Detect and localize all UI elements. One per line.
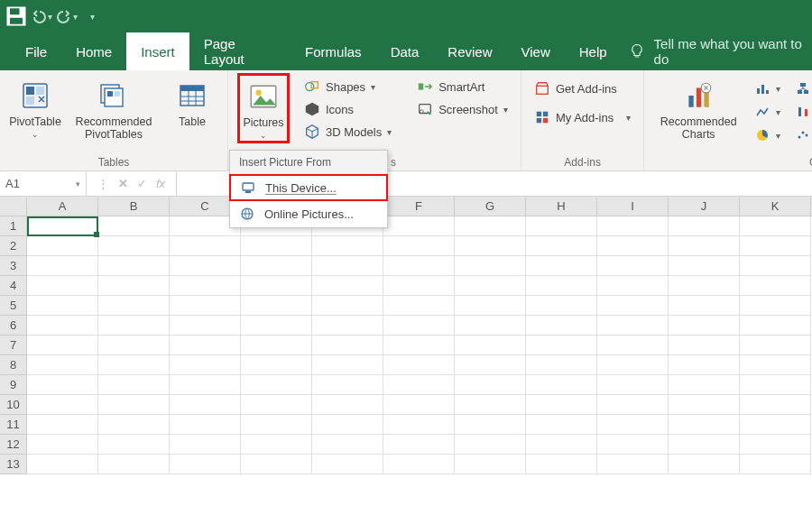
cell[interactable] — [383, 455, 455, 474]
cell[interactable] — [312, 316, 383, 336]
cell[interactable] — [383, 236, 455, 256]
cell[interactable] — [526, 435, 597, 455]
cell[interactable] — [383, 216, 455, 236]
row-header[interactable]: 13 — [0, 455, 27, 474]
cell[interactable] — [98, 336, 170, 355]
cell[interactable] — [170, 395, 241, 415]
cell[interactable] — [312, 455, 383, 474]
cell[interactable] — [98, 316, 170, 336]
cell[interactable] — [27, 415, 98, 435]
tab-view[interactable]: View — [507, 32, 565, 70]
cell[interactable] — [170, 415, 241, 435]
cancel-formula-icon[interactable]: ✕ — [118, 177, 128, 190]
tab-help[interactable]: Help — [565, 32, 622, 70]
row-header[interactable]: 5 — [0, 296, 27, 316]
cell[interactable] — [597, 296, 669, 316]
cell[interactable] — [597, 435, 669, 455]
row-header[interactable]: 11 — [0, 415, 27, 435]
cell[interactable] — [669, 256, 740, 276]
cell[interactable] — [526, 316, 597, 336]
cell[interactable] — [170, 336, 241, 355]
col-header[interactable]: J — [669, 197, 740, 216]
cell[interactable] — [669, 216, 740, 236]
row-header[interactable]: 7 — [0, 336, 27, 355]
redo-button[interactable]: ▾ — [54, 4, 79, 29]
cell[interactable] — [27, 355, 98, 375]
cell[interactable] — [526, 455, 597, 474]
cell[interactable] — [312, 336, 383, 355]
cell[interactable] — [597, 415, 669, 435]
shapes-button[interactable]: Shapes ▾ — [300, 76, 395, 97]
formula-opts-icon[interactable]: ⋮ — [97, 177, 109, 190]
cell[interactable] — [241, 296, 312, 316]
cell[interactable] — [597, 336, 669, 355]
cell[interactable] — [455, 455, 526, 474]
cell[interactable] — [241, 336, 312, 355]
cell[interactable] — [312, 236, 383, 256]
insert-picture-this-device[interactable]: This Device... — [229, 174, 388, 201]
cell[interactable] — [383, 296, 455, 316]
cell[interactable] — [98, 455, 170, 474]
cell[interactable] — [526, 375, 597, 395]
cell[interactable] — [27, 435, 98, 455]
chart-hier-button[interactable] — [791, 78, 812, 99]
cell[interactable] — [98, 216, 170, 236]
cell[interactable] — [170, 435, 241, 455]
cell[interactable] — [455, 316, 526, 336]
cell[interactable] — [241, 455, 312, 474]
insert-picture-online[interactable]: Online Pictures... — [230, 200, 387, 227]
cell[interactable] — [740, 236, 811, 256]
cell[interactable] — [27, 296, 98, 316]
tab-data[interactable]: Data — [376, 32, 434, 70]
cell[interactable] — [27, 395, 98, 415]
cell[interactable] — [669, 355, 740, 375]
save-icon[interactable] — [4, 4, 29, 29]
cell[interactable] — [455, 375, 526, 395]
cell[interactable] — [740, 256, 811, 276]
cell[interactable] — [740, 375, 811, 395]
cell[interactable] — [455, 216, 526, 236]
cell[interactable] — [383, 336, 455, 355]
cell[interactable] — [455, 415, 526, 435]
cell[interactable] — [383, 415, 455, 435]
undo-button[interactable]: ▾ — [29, 4, 54, 29]
col-header[interactable]: F — [383, 197, 455, 216]
cell[interactable] — [312, 276, 383, 296]
cell[interactable] — [669, 316, 740, 336]
chart-stat-button[interactable] — [791, 101, 812, 123]
tell-me[interactable]: Tell me what you want to do — [629, 32, 812, 70]
cell[interactable] — [312, 415, 383, 435]
col-header[interactable]: K — [740, 197, 811, 216]
cell[interactable] — [455, 395, 526, 415]
cell[interactable] — [526, 276, 597, 296]
cell[interactable] — [170, 455, 241, 474]
cell[interactable] — [98, 276, 170, 296]
cell[interactable] — [740, 316, 811, 336]
cell[interactable] — [27, 336, 98, 355]
cell[interactable] — [526, 336, 597, 355]
cell[interactable] — [27, 276, 98, 296]
tab-insert[interactable]: Insert — [126, 32, 189, 70]
chart-bar-button[interactable]: ▾ — [751, 78, 784, 99]
cell[interactable] — [455, 256, 526, 276]
cell[interactable] — [597, 395, 669, 415]
cell[interactable] — [383, 276, 455, 296]
cell[interactable] — [597, 375, 669, 395]
cell[interactable] — [98, 256, 170, 276]
cell[interactable] — [740, 355, 811, 375]
pivottable-button[interactable]: PivotTable ⌄ — [9, 76, 61, 139]
cell[interactable] — [669, 455, 740, 474]
cell[interactable] — [597, 236, 669, 256]
row-header[interactable]: 2 — [0, 236, 27, 256]
row-header[interactable]: 8 — [0, 355, 27, 375]
cell[interactable] — [740, 216, 811, 236]
cell[interactable] — [526, 256, 597, 276]
row-header[interactable]: 9 — [0, 375, 27, 395]
cell[interactable] — [170, 355, 241, 375]
cell[interactable] — [312, 256, 383, 276]
cell[interactable] — [669, 276, 740, 296]
cell[interactable] — [312, 375, 383, 395]
col-header[interactable]: I — [597, 197, 669, 216]
cell[interactable] — [383, 355, 455, 375]
smartart-button[interactable]: SmartArt — [413, 76, 512, 97]
